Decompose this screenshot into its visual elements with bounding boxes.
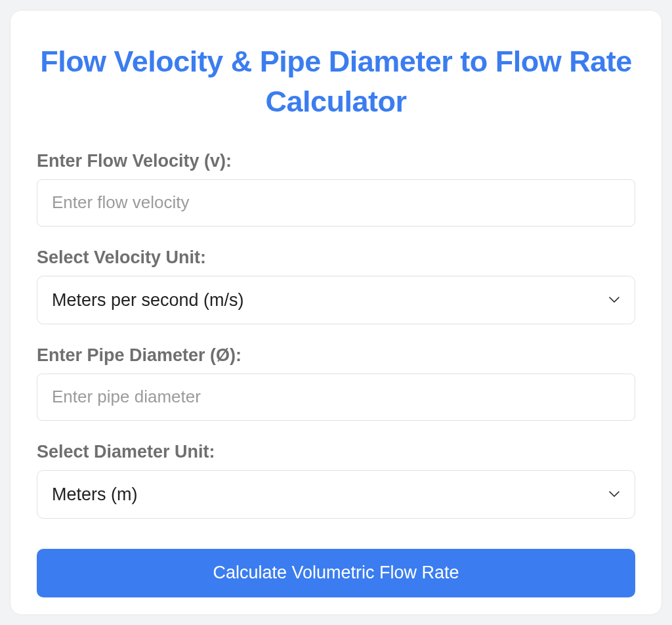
flow-velocity-label: Enter Flow Velocity (v):: [37, 151, 635, 171]
pipe-diameter-label: Enter Pipe Diameter (Ø):: [37, 345, 635, 366]
velocity-unit-select[interactable]: Meters per second (m/s): [37, 276, 635, 324]
calculate-button[interactable]: Calculate Volumetric Flow Rate: [37, 549, 635, 597]
pipe-diameter-field: Enter Pipe Diameter (Ø):: [37, 345, 635, 421]
diameter-unit-select-wrapper: Meters (m): [37, 470, 635, 519]
pipe-diameter-input[interactable]: [37, 374, 635, 421]
velocity-unit-field: Select Velocity Unit: Meters per second …: [37, 248, 635, 324]
calculator-title: Flow Velocity & Pipe Diameter to Flow Ra…: [37, 42, 635, 122]
velocity-unit-label: Select Velocity Unit:: [37, 248, 635, 268]
diameter-unit-select[interactable]: Meters (m): [37, 470, 635, 519]
flow-velocity-input[interactable]: [37, 179, 635, 226]
calculator-card: Flow Velocity & Pipe Diameter to Flow Ra…: [10, 10, 662, 615]
velocity-unit-select-wrapper: Meters per second (m/s): [37, 276, 635, 324]
flow-velocity-field: Enter Flow Velocity (v):: [37, 151, 635, 226]
diameter-unit-label: Select Diameter Unit:: [37, 442, 635, 462]
diameter-unit-field: Select Diameter Unit: Meters (m): [37, 442, 635, 519]
